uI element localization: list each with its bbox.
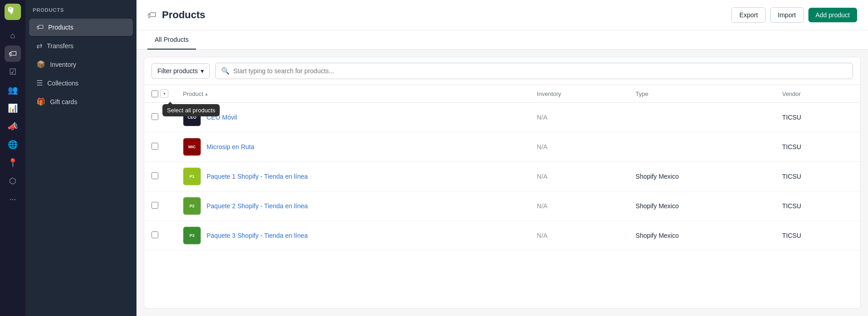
table-row: CEO CEO Móvil N/A TICSU (144, 103, 860, 132)
row-product-cell: MIC Microsip en Ruta (176, 132, 530, 162)
row-checkbox-3[interactable] (151, 172, 158, 179)
table-row: P2 Paquete 2 Shopify - Tienda en línea N… (144, 191, 860, 221)
add-product-button[interactable]: Add product (808, 8, 858, 22)
row-type-2 (628, 132, 775, 162)
topbar: 🏷 Products Export Import Add product (136, 0, 868, 30)
select-dropdown-button[interactable]: ▾ (160, 90, 168, 98)
row-checkbox-cell (144, 221, 176, 251)
product-thumbnail-1: CEO (183, 108, 201, 126)
home-icon[interactable]: ⌂ (5, 27, 21, 44)
row-product-cell: P3 Paquete 3 Shopify - Tienda en línea (176, 221, 530, 251)
customers-icon[interactable]: 👥 (5, 82, 21, 98)
row-checkbox-cell (144, 162, 176, 191)
filter-row: Filter products ▾ 🔍 (144, 57, 860, 85)
column-header-inventory: Inventory (530, 85, 628, 103)
sidebar-item-transfers-label: Transfers (47, 42, 74, 50)
row-type-3: Shopify Mexico (628, 162, 775, 191)
row-type-4: Shopify Mexico (628, 191, 775, 221)
search-icon: 🔍 (221, 67, 230, 75)
table-header-row: ▾ Select all products Product ▴ Inventor… (144, 85, 860, 103)
product-thumbnail-5: P3 (183, 226, 201, 245)
discounts-icon[interactable]: 🌐 (5, 136, 21, 153)
row-checkbox-cell (144, 132, 176, 162)
column-header-product: Product ▴ (176, 85, 530, 103)
sidebar-item-products[interactable]: 🏷 Products (29, 19, 133, 36)
products-card: Filter products ▾ 🔍 ▾ Select all (144, 57, 861, 309)
row-vendor-4: TICSU (775, 191, 860, 221)
shopify-logo[interactable] (5, 4, 21, 20)
apps-icon[interactable]: 📍 (5, 155, 21, 171)
checkbox-header-cell: ▾ Select all products (151, 90, 168, 98)
product-thumbnail-3: P1 (183, 167, 201, 186)
filter-products-button[interactable]: Filter products ▾ (151, 63, 210, 79)
select-all-checkbox[interactable] (151, 90, 158, 97)
select-all-header: ▾ Select all products (144, 85, 176, 103)
row-type-1 (628, 103, 775, 132)
row-inventory-4: N/A (530, 191, 628, 221)
row-checkbox-4[interactable] (151, 202, 158, 209)
product-name-link-3[interactable]: Paquete 1 Shopify - Tienda en línea (207, 173, 308, 180)
marketing-icon[interactable]: 📣 (5, 118, 21, 135)
search-input[interactable] (233, 67, 847, 75)
topbar-left: 🏷 Products (147, 9, 205, 21)
export-button[interactable]: Export (732, 7, 765, 23)
column-header-vendor: Vendor (775, 85, 860, 103)
products-page-icon: 🏷 (147, 10, 156, 20)
sidebar-item-inventory[interactable]: 📦 Inventory (29, 55, 133, 73)
product-name-link-2[interactable]: Microsip en Ruta (207, 143, 254, 150)
orders-icon[interactable]: ☑ (5, 64, 21, 80)
row-vendor-2: TICSU (775, 132, 860, 162)
column-header-type: Type (628, 85, 775, 103)
more-icon[interactable]: ··· (5, 191, 21, 207)
topbar-actions: Export Import Add product (732, 7, 857, 23)
products-table: ▾ Select all products Product ▴ Inventor… (144, 85, 860, 251)
products-icon[interactable]: 🏷 (5, 45, 21, 62)
sidebar-item-transfers[interactable]: ⇄ Transfers (29, 37, 133, 55)
row-vendor-3: TICSU (775, 162, 860, 191)
row-checkbox-1[interactable] (151, 113, 158, 120)
transfers-nav-icon: ⇄ (36, 41, 42, 50)
row-product-cell: P2 Paquete 2 Shopify - Tienda en línea (176, 191, 530, 221)
icon-rail: ⌂ 🏷 ☑ 👥 📊 📣 🌐 📍 ⬡ ··· (0, 0, 25, 316)
table-row: P1 Paquete 1 Shopify - Tienda en línea N… (144, 162, 860, 191)
product-sort-header[interactable]: Product ▴ (183, 90, 522, 97)
row-checkbox-5[interactable] (151, 231, 158, 238)
products-nav-icon: 🏷 (36, 23, 44, 31)
gift-cards-nav-icon: 🎁 (36, 97, 45, 106)
page-title: Products (162, 9, 205, 21)
tab-bar: All Products (136, 30, 868, 50)
sidebar-item-collections-label: Collections (47, 80, 78, 87)
product-thumbnail-2: MIC (183, 138, 201, 156)
product-name-link-1[interactable]: CEO Móvil (207, 114, 237, 121)
row-checkbox-2[interactable] (151, 143, 158, 150)
import-button[interactable]: Import (770, 7, 804, 23)
product-name-link-4[interactable]: Paquete 2 Shopify - Tienda en línea (207, 202, 308, 210)
sidebar-item-gift-cards[interactable]: 🎁 Gift cards (29, 93, 133, 110)
row-checkbox-cell (144, 191, 176, 221)
products-table-container: ▾ Select all products Product ▴ Inventor… (144, 85, 860, 308)
sidebar-item-inventory-label: Inventory (50, 61, 76, 68)
row-checkbox-cell (144, 103, 176, 132)
inventory-nav-icon: 📦 (36, 60, 45, 69)
row-inventory-5: N/A (530, 221, 628, 251)
product-thumbnail-4: P2 (183, 197, 201, 215)
channels-icon[interactable]: ⬡ (5, 173, 21, 189)
sidebar-item-collections[interactable]: ☰ Collections (29, 74, 133, 92)
row-inventory-3: N/A (530, 162, 628, 191)
search-wrapper: 🔍 (215, 63, 853, 79)
table-row: P3 Paquete 3 Shopify - Tienda en línea N… (144, 221, 860, 251)
row-product-cell: P1 Paquete 1 Shopify - Tienda en línea (176, 162, 530, 191)
table-row: MIC Microsip en Ruta N/A TICSU (144, 132, 860, 162)
product-rows: CEO CEO Móvil N/A TICSU MIC Microsip en … (144, 103, 860, 251)
filter-label: Filter products (157, 67, 198, 75)
row-inventory-1: N/A (530, 103, 628, 132)
collections-nav-icon: ☰ (36, 79, 43, 87)
sidebar-item-products-label: Products (48, 24, 73, 31)
tab-all-products[interactable]: All Products (147, 30, 196, 50)
analytics-icon[interactable]: 📊 (5, 100, 21, 116)
product-name-link-5[interactable]: Paquete 3 Shopify - Tienda en línea (207, 232, 308, 239)
row-inventory-2: N/A (530, 132, 628, 162)
sidebar: PRODUCTS 🏷 Products ⇄ Transfers 📦 Invent… (25, 0, 136, 316)
filter-chevron-icon: ▾ (201, 67, 204, 75)
sidebar-section-header: PRODUCTS (25, 0, 136, 18)
